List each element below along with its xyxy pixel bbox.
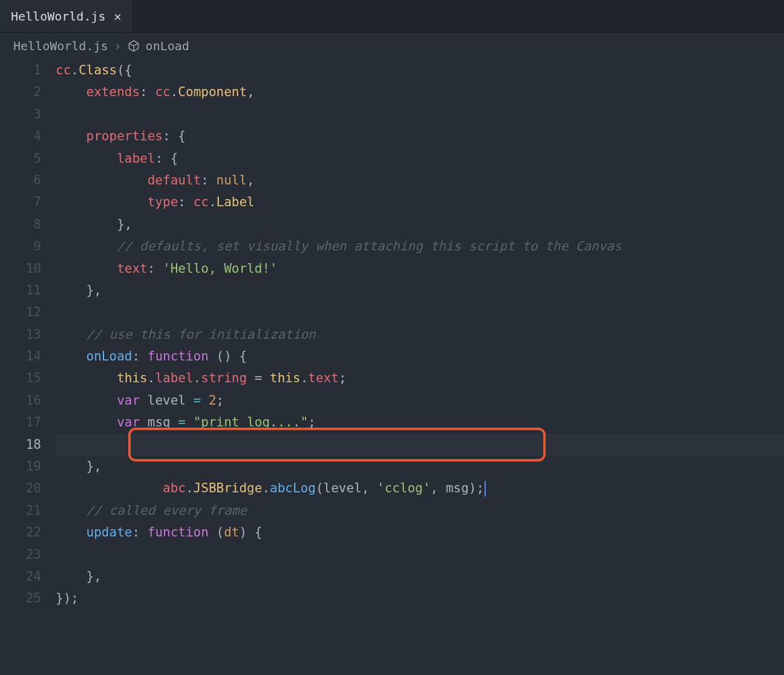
code-line[interactable]: this.label.string = this.text; xyxy=(56,367,784,389)
line-number: 12 xyxy=(0,301,41,323)
code-line-active[interactable]: abc.JSBBridge.abcLog(level, 'cclog', msg… xyxy=(56,434,784,455)
line-gutter: 1 2 3 4 5 6 7 8 9 10 11 12 13 14 15 16 1… xyxy=(0,59,56,610)
line-number: 7 xyxy=(0,191,41,213)
line-number: 24 xyxy=(0,566,41,587)
line-number: 4 xyxy=(0,125,41,147)
code-editor[interactable]: 1 2 3 4 5 6 7 8 9 10 11 12 13 14 15 16 1… xyxy=(0,59,784,610)
line-number: 1 xyxy=(0,59,41,81)
code-line[interactable] xyxy=(56,544,784,566)
line-number: 21 xyxy=(0,500,41,521)
code-line[interactable]: var msg = "print log...."; xyxy=(56,411,784,433)
line-number: 20 xyxy=(0,477,41,499)
line-number: 6 xyxy=(0,169,41,191)
tab-bar: HelloWorld.js ✕ xyxy=(0,0,784,33)
line-number: 22 xyxy=(0,521,41,543)
code-line[interactable]: // called every frame xyxy=(56,500,784,521)
code-line[interactable]: label: { xyxy=(56,148,784,169)
code-line[interactable]: }, xyxy=(56,566,784,587)
breadcrumb: HelloWorld.js › onLoad xyxy=(0,33,784,59)
breadcrumb-file[interactable]: HelloWorld.js xyxy=(13,39,108,53)
code-line[interactable]: }, xyxy=(56,455,784,477)
code-line[interactable]: text: 'Hello, World!' xyxy=(56,258,784,279)
code-line[interactable]: update: function (dt) { xyxy=(56,521,784,543)
code-line[interactable] xyxy=(56,477,784,499)
breadcrumb-symbol[interactable]: onLoad xyxy=(146,39,189,53)
line-number-active: 18 xyxy=(0,434,41,455)
code-line[interactable]: }, xyxy=(56,279,784,301)
code-line[interactable]: // defaults, set visually when attaching… xyxy=(56,235,784,257)
line-number: 11 xyxy=(0,279,41,301)
line-number: 17 xyxy=(0,411,41,433)
line-number: 25 xyxy=(0,587,41,609)
code-line[interactable] xyxy=(56,103,784,125)
breadcrumb-separator: › xyxy=(114,39,122,53)
line-number: 10 xyxy=(0,258,41,279)
line-number: 14 xyxy=(0,345,41,367)
code-area[interactable]: cc.Class({ extends: cc.Component, proper… xyxy=(56,59,784,610)
line-number: 2 xyxy=(0,81,41,103)
code-line[interactable]: properties: { xyxy=(56,125,784,147)
line-number: 19 xyxy=(0,455,41,477)
tab-helloworld[interactable]: HelloWorld.js ✕ xyxy=(0,0,133,32)
code-line[interactable]: default: null, xyxy=(56,169,784,191)
code-line[interactable] xyxy=(56,301,784,323)
tab-label: HelloWorld.js xyxy=(11,9,106,24)
close-icon[interactable]: ✕ xyxy=(114,9,122,24)
code-line[interactable]: onLoad: function () { xyxy=(56,345,784,367)
code-line[interactable]: type: cc.Label xyxy=(56,191,784,213)
code-line[interactable]: var level = 2; xyxy=(56,390,784,411)
code-line[interactable]: }); xyxy=(56,587,784,609)
line-number: 3 xyxy=(0,103,41,125)
line-number: 8 xyxy=(0,214,41,235)
cube-icon xyxy=(128,40,140,52)
code-line[interactable]: cc.Class({ xyxy=(56,59,784,81)
line-number: 16 xyxy=(0,390,41,411)
line-number: 9 xyxy=(0,235,41,257)
code-line[interactable]: // use this for initialization xyxy=(56,324,784,345)
line-number: 5 xyxy=(0,148,41,169)
line-number: 13 xyxy=(0,324,41,345)
line-number: 15 xyxy=(0,367,41,389)
code-line[interactable]: }, xyxy=(56,214,784,235)
line-number: 23 xyxy=(0,544,41,566)
code-line[interactable]: extends: cc.Component, xyxy=(56,81,784,103)
